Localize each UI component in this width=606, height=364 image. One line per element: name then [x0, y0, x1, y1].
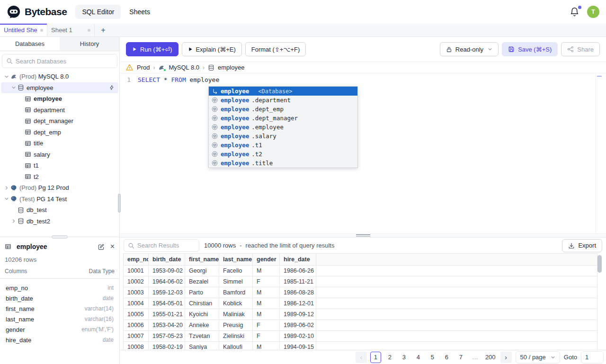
table-cell[interactable]: Bamford [219, 287, 253, 298]
table-cell[interactable]: 1989-06-02 [280, 320, 316, 331]
page-button-3[interactable]: 3 [399, 352, 410, 363]
table-row[interactable]: 100061953-04-20AnnekePreusigF1989-06-02 [123, 320, 597, 331]
column-header-emp-no[interactable]: emp_no [124, 254, 149, 266]
table-cell[interactable]: 1989-02-10 [280, 331, 316, 342]
goto-page-input[interactable] [581, 351, 604, 364]
table-cell[interactable]: 1985-11-21 [280, 276, 316, 287]
sidebar-resize-handle[interactable] [118, 194, 121, 213]
table-cell[interactable]: Facello [219, 266, 253, 276]
table-row[interactable]: 100071957-05-23TzvetanZielinskiF1989-02-… [123, 331, 597, 342]
share-button[interactable]: Share [561, 42, 600, 56]
breadcrumb-instance[interactable]: MySQL 8.0 [169, 64, 199, 71]
tree-item-dept-emp[interactable]: dept_emp [1, 127, 118, 138]
table-cell[interactable]: 1959-12-03 [149, 287, 185, 298]
table-row[interactable]: 100081958-02-19SaniyaKalloufiM1994-09-15 [123, 342, 597, 350]
table-cell[interactable]: Maliniak [219, 309, 253, 320]
table-cell[interactable]: 10003 [124, 287, 149, 298]
suggest-item-employee-employee[interactable]: employee.employee [209, 123, 357, 132]
tree-item-department[interactable]: department [1, 105, 118, 116]
column-header-last-name[interactable]: last_name [219, 254, 253, 266]
table-cell[interactable]: 10002 [124, 276, 149, 287]
table-cell[interactable]: 1986-12-01 [280, 298, 316, 309]
table-cell[interactable]: M [253, 298, 280, 309]
table-cell[interactable]: 10008 [124, 342, 149, 350]
table-cell[interactable]: 1958-02-19 [149, 342, 185, 350]
page-size-select[interactable]: 50 / page [516, 351, 560, 364]
tree-item-title[interactable]: title [1, 138, 118, 149]
table-cell[interactable]: M [253, 309, 280, 320]
tree-item-prod-mysql-8-0[interactable]: (Prod) MySQL 8.0 [1, 71, 118, 82]
notifications-button[interactable] [570, 7, 579, 17]
tree-item-test-pg-14-test[interactable]: (Test) PG 14 Test [1, 194, 118, 205]
edit-table-icon[interactable] [98, 243, 105, 250]
run-button[interactable]: Run (⌘+⏎) [126, 42, 178, 56]
table-cell[interactable]: Anneke [185, 320, 219, 331]
table-cell[interactable]: Parto [185, 287, 219, 298]
nav-sql-editor[interactable]: SQL Editor [75, 5, 121, 19]
table-row[interactable]: 100051955-01-21KyoichiMaliniakM1989-09-1… [123, 309, 597, 320]
table-cell[interactable]: F [253, 320, 280, 331]
table-cell[interactable]: 1955-01-21 [149, 309, 185, 320]
table-cell[interactable]: Kalloufi [219, 342, 253, 350]
table-cell[interactable]: 10004 [124, 298, 149, 309]
column-header-first-name[interactable]: first_name [185, 254, 219, 266]
panel-resize-handle[interactable] [52, 235, 68, 239]
page-button-5[interactable]: 5 [427, 352, 438, 363]
tree-item-db-test[interactable]: db_test [1, 204, 118, 216]
table-cell[interactable]: M [253, 266, 280, 276]
connect-icon[interactable] [109, 85, 115, 90]
nav-sheets[interactable]: Sheets [123, 5, 157, 19]
suggest-item-employee-salary[interactable]: employee.salary [209, 132, 357, 141]
tree-item-salary[interactable]: salary [1, 149, 118, 160]
table-cell[interactable]: M [253, 287, 280, 298]
close-icon[interactable]: × [110, 243, 115, 250]
table-cell[interactable]: 1953-04-20 [149, 320, 185, 331]
table-row[interactable]: 100031959-12-03PartoBamfordM1986-08-28 [123, 287, 597, 298]
page-button-7[interactable]: 7 [455, 352, 466, 363]
breadcrumb-database[interactable]: employee [218, 64, 244, 71]
page-button-4[interactable]: 4 [413, 352, 424, 363]
results-resize-handle[interactable] [120, 233, 606, 238]
tree-item-dept-manager[interactable]: dept_manager [1, 115, 118, 127]
page-button-2[interactable]: 2 [384, 352, 395, 363]
suggest-item-employee-dept-emp[interactable]: employee.dept_emp [209, 105, 357, 114]
bytebase-logo[interactable]: Bytebase [7, 5, 67, 19]
explain-button[interactable]: Explain (⌘+E) [182, 42, 242, 56]
table-row[interactable]: 100011953-09-02GeorgiFacelloM1986-06-26 [123, 266, 597, 276]
suggest-item-employee-department[interactable]: employee.department [209, 96, 357, 105]
table-cell[interactable]: Georgi [185, 266, 219, 276]
sidebar-tab-databases[interactable]: Databases [0, 37, 60, 51]
table-cell[interactable]: 1953-09-02 [149, 266, 185, 276]
table-cell[interactable]: F [253, 276, 280, 287]
sql-editor[interactable]: 1 SELECT * FROM employee employee<Databa… [120, 73, 606, 233]
table-cell[interactable]: 1989-09-12 [280, 309, 316, 320]
tree-item-t2[interactable]: t2 [1, 171, 118, 183]
tree-item-employee[interactable]: employee [1, 93, 118, 105]
page-button-1[interactable]: 1 [370, 352, 381, 363]
table-cell[interactable]: Zielinski [219, 331, 253, 342]
table-cell[interactable]: Chirstian [185, 298, 219, 309]
database-search-input[interactable] [16, 58, 113, 65]
sidebar-tab-history[interactable]: History [60, 37, 119, 51]
page-button-6[interactable]: 6 [441, 352, 452, 363]
next-page-button[interactable]: › [500, 352, 512, 363]
table-cell[interactable]: 1954-05-01 [149, 298, 185, 309]
format-button[interactable]: Format (⇧+⌥+F) [245, 42, 306, 56]
results-search-input[interactable] [137, 242, 195, 249]
editor-overview-ruler[interactable] [596, 73, 603, 233]
suggest-item-employee-dept-manager[interactable]: employee.dept_manager [209, 114, 357, 123]
table-cell[interactable]: Simmel [219, 276, 253, 287]
add-sheet-button[interactable]: + [95, 24, 112, 36]
table-cell[interactable]: Preusig [219, 320, 253, 331]
table-cell[interactable]: 10001 [124, 266, 149, 276]
sheet-tab-untitled-sheet[interactable]: Untitled Sheet [0, 24, 47, 36]
tree-item-db-test2[interactable]: db_test2 [1, 216, 118, 227]
suggest-item-employee-title[interactable]: employee.title [209, 159, 357, 168]
table-cell[interactable]: 1957-05-23 [149, 331, 185, 342]
column-header-hire-date[interactable]: hire_date [280, 254, 316, 266]
suggest-item-employee[interactable]: employee<Database> [209, 87, 357, 96]
column-header-gender[interactable]: gender [253, 254, 280, 266]
sheet-tab-sheet-1[interactable]: Sheet 1 [47, 24, 95, 36]
page-button-200[interactable]: 200 [484, 352, 497, 363]
tree-item-t1[interactable]: t1 [1, 160, 118, 171]
